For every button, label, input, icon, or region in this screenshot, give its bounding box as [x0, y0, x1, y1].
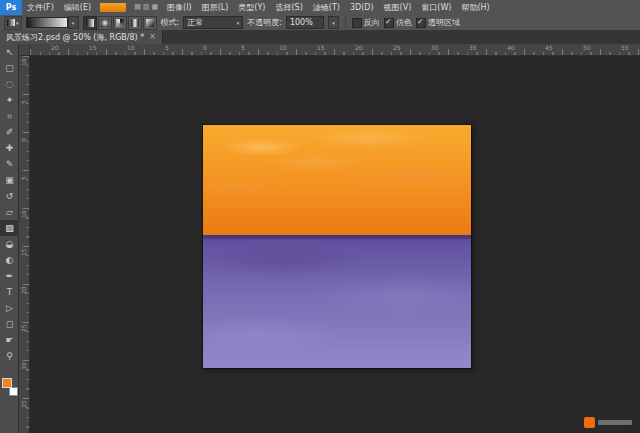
menu-group-right: 图像(I)图层(L)类型(Y)选择(S)滤镜(T)3D(D)视图(V)窗口(W)…: [162, 0, 495, 15]
menu-item[interactable]: 选择(S): [270, 0, 307, 15]
ruler-label: 20: [355, 44, 363, 51]
blend-mode-value: 正常: [187, 17, 203, 28]
background-color-swatch[interactable]: [9, 387, 18, 396]
chevron-down-icon: ▾: [16, 20, 19, 26]
watermark: [584, 417, 632, 428]
menu-item[interactable]: 3D(D): [345, 0, 379, 15]
clouds-overlay: [203, 125, 471, 237]
type-tool-button[interactable]: T: [0, 284, 19, 300]
linear-gradient-icon: [86, 19, 94, 27]
document-canvas[interactable]: [203, 125, 471, 368]
marquee-tool-button[interactable]: ▢: [0, 60, 19, 76]
dither-checkbox[interactable]: [384, 18, 394, 28]
shape-tool-button[interactable]: ◻: [0, 316, 19, 332]
crop-tool-button[interactable]: ⌗: [0, 108, 19, 124]
blur-tool-button[interactable]: ◒: [0, 236, 19, 252]
panel-icon[interactable]: ▥: [143, 3, 150, 12]
panel-icon[interactable]: ▦: [151, 3, 158, 12]
photoshop-logo: Ps: [0, 0, 22, 15]
blend-mode-select[interactable]: 正常 ▾: [183, 16, 243, 29]
transparency-label: 透明区域: [428, 17, 460, 28]
ground-region: [203, 237, 471, 368]
ruler-label: 10: [279, 44, 287, 51]
hand-tool-button[interactable]: ☛: [0, 332, 19, 348]
app-bar-icons: ▤ ▥ ▦: [134, 3, 158, 12]
gradient-dropdown-arrow[interactable]: ▾: [68, 16, 79, 29]
gradient-tool-button[interactable]: ▨: [0, 220, 19, 236]
opacity-input[interactable]: 100%: [286, 16, 324, 29]
eraser-tool-button[interactable]: ▱: [0, 204, 19, 220]
radial-gradient-button[interactable]: [98, 16, 112, 30]
menu-item[interactable]: 图层(L): [197, 0, 234, 15]
pen-tool-button[interactable]: ✒: [0, 268, 19, 284]
options-bar: ▾ ▾ 模式: 正常 ▾ 不透明度: 100% ▾ 反向 仿色: [0, 15, 640, 31]
eyedropper-tool-button[interactable]: ✐: [0, 124, 19, 140]
gradient-sample[interactable]: [26, 17, 68, 28]
ruler-label: 25: [20, 324, 27, 332]
menu-item[interactable]: 文件(F): [22, 0, 59, 15]
linear-gradient-button[interactable]: [83, 16, 97, 30]
angle-gradient-button[interactable]: [113, 16, 127, 30]
menu-item[interactable]: 视图(V): [379, 0, 417, 15]
menu-group-left: 文件(F)编辑(E): [22, 0, 96, 15]
move-tool-button[interactable]: ↖: [0, 44, 19, 60]
dodge-tool-button[interactable]: ◐: [0, 252, 19, 268]
document-tab-title: 风景练习2.psd @ 50% (海, RGB/8) *: [6, 32, 144, 43]
path-selection-tool-button[interactable]: ▷: [0, 300, 19, 316]
mode-label: 模式:: [161, 17, 180, 28]
clone-stamp-tool-button[interactable]: ▣: [0, 172, 19, 188]
brush-tool-button[interactable]: ✎: [0, 156, 19, 172]
document-tab[interactable]: 风景练习2.psd @ 50% (海, RGB/8) * ×: [0, 30, 163, 44]
reverse-checkbox[interactable]: [352, 18, 362, 28]
reflected-gradient-icon: [131, 19, 139, 27]
ruler-label: 5: [241, 44, 245, 51]
menu-item[interactable]: 编辑(E): [59, 0, 96, 15]
ruler-label: 0: [20, 138, 27, 142]
transparency-checkbox-group: 透明区域: [416, 17, 460, 28]
menu-item[interactable]: 滤镜(T): [308, 0, 345, 15]
ruler-label: 15: [317, 44, 325, 51]
canvas-area[interactable]: [30, 56, 640, 433]
opacity-dropdown-arrow[interactable]: ▾: [328, 16, 339, 29]
ruler-label: 20: [20, 286, 27, 294]
ruler-label: 5: [20, 176, 27, 180]
diamond-gradient-button[interactable]: [143, 16, 157, 30]
ruler-label: 0: [203, 44, 207, 51]
tools-list: ↖▢◌✦⌗✐✚✎▣↺▱▨◒◐✒T▷◻☛⚲: [0, 44, 18, 364]
tool-preset-picker[interactable]: ▾: [4, 16, 22, 30]
ruler-label: 5: [20, 100, 27, 104]
ruler-label: 10: [20, 58, 27, 66]
color-swatches: [2, 378, 18, 396]
horizontal-ruler: 20151050510152025303540455055: [30, 44, 640, 56]
ruler-label: 35: [469, 44, 477, 51]
ruler-label: 45: [545, 44, 553, 51]
lasso-tool-button[interactable]: ◌: [0, 76, 19, 92]
ruler-label: 10: [20, 210, 27, 218]
divider: [345, 17, 346, 28]
transparency-checkbox[interactable]: [416, 18, 426, 28]
document-tab-bar: 风景练习2.psd @ 50% (海, RGB/8) * ×: [0, 30, 640, 45]
reverse-checkbox-group: 反向: [352, 17, 380, 28]
foreground-color-swatch[interactable]: [2, 378, 12, 388]
panel-icon[interactable]: ▤: [134, 3, 141, 12]
photoshop-window: Ps 文件(F)编辑(E) ▤ ▥ ▦ 图像(I)图层(L)类型(Y)选择(S)…: [0, 0, 640, 433]
gradient-picker[interactable]: ▾: [26, 16, 79, 29]
dither-label: 仿色: [396, 17, 412, 28]
menu-item[interactable]: 类型(Y): [233, 0, 270, 15]
watermark-logo-icon: [584, 417, 595, 428]
ruler-label: 25: [393, 44, 401, 51]
ruler-corner: [19, 44, 30, 56]
tools-panel: ↖▢◌✦⌗✐✚✎▣↺▱▨◒◐✒T▷◻☛⚲: [0, 44, 19, 433]
reflected-gradient-button[interactable]: [128, 16, 142, 30]
menu-item[interactable]: 窗口(W): [416, 0, 456, 15]
menu-item[interactable]: 图像(I): [162, 0, 197, 15]
history-brush-tool-button[interactable]: ↺: [0, 188, 19, 204]
zoom-tool-button[interactable]: ⚲: [0, 348, 19, 364]
healing-brush-tool-button[interactable]: ✚: [0, 140, 19, 156]
ruler-label: 40: [507, 44, 515, 51]
diamond-gradient-icon: [146, 19, 154, 27]
menu-item[interactable]: 帮助(H): [456, 0, 494, 15]
close-icon[interactable]: ×: [149, 33, 156, 41]
quick-selection-tool-button[interactable]: ✦: [0, 92, 19, 108]
ruler-label: 30: [431, 44, 439, 51]
